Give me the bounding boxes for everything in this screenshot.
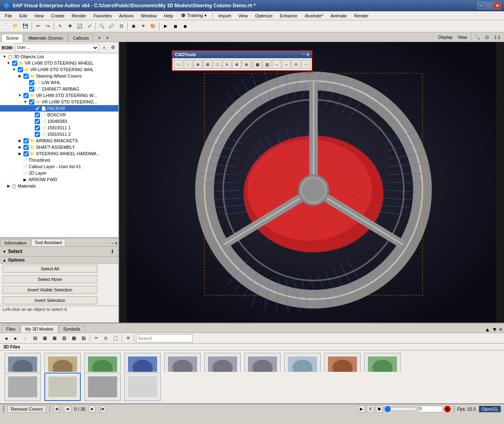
file-item-row2[interactable]	[123, 372, 162, 402]
tree-node-n13[interactable]: ▶ 📁 AIRBAG BRACKETS	[0, 137, 118, 144]
tree-node-n16[interactable]: ▶ 📄 Thrustlines	[0, 157, 118, 163]
tree-node-n5[interactable]: ▶ 📄 23456677 AIRBAG	[0, 86, 118, 92]
tree-view[interactable]: ▼ 📋 3D Objects List ▼ 📁 VR LH98 STD STEE…	[0, 53, 118, 238]
info-tab-controls[interactable]: − ×	[111, 240, 118, 246]
play-button[interactable]: ▶	[358, 405, 365, 413]
file-item[interactable]: messerschmitt...	[283, 352, 321, 372]
tree-node-n9[interactable]: ▶ 📄 BCKCVR	[0, 112, 118, 118]
tb-open[interactable]: 📂	[11, 22, 20, 31]
file-item[interactable]: Bevel gear...	[83, 352, 122, 372]
tb-redo[interactable]: ↪	[43, 22, 52, 31]
bottom-tab-controls[interactable]: ▲ ▼ ×	[485, 326, 502, 333]
btb-view2[interactable]: ▦	[40, 334, 49, 343]
btb-view4[interactable]: ▧	[60, 334, 69, 343]
select-info-btn[interactable]: ℹ	[109, 248, 116, 255]
tree-node-n10[interactable]: ▶ 📄 10048383	[0, 118, 118, 124]
menu-help[interactable]: Help	[161, 13, 176, 19]
tb-scale[interactable]: ⤢	[85, 22, 94, 31]
record-btn[interactable]: ●	[444, 406, 451, 412]
tree-node-n3[interactable]: ▶ 📁 Steering Wheel Covers	[0, 73, 118, 79]
tree-check-n3[interactable]	[23, 74, 29, 79]
cad-btn-4[interactable]: □	[213, 60, 222, 69]
cad-btn-12[interactable]: ⊙	[292, 60, 300, 69]
menu-favorites[interactable]: Favorites	[90, 13, 115, 19]
tree-node-n7[interactable]: ▼ 📁 VR LH98 STD STEERING...	[0, 99, 118, 105]
bottom-chevron-down[interactable]: ▼	[492, 326, 498, 333]
tree-check-n2[interactable]	[18, 67, 23, 72]
bom-dropdown[interactable]: User ...	[15, 44, 99, 52]
tb-material[interactable]: 🎨	[149, 22, 158, 31]
file-item[interactable]: COOPER P...	[123, 352, 162, 372]
minimize-button[interactable]: −	[477, 2, 485, 9]
btb-copy[interactable]: ⎘	[101, 334, 110, 343]
bottom-chevron-up[interactable]: ▲	[485, 326, 490, 333]
menu-animate[interactable]: Animate	[327, 13, 350, 19]
menu-actions[interactable]: Actions	[116, 13, 137, 19]
tree-check-n8[interactable]	[35, 106, 40, 111]
tb-new[interactable]: 📄	[2, 22, 10, 31]
menu-training[interactable]: 🎓 Training ▾	[177, 12, 210, 19]
file-item[interactable]: Reallight Tr...	[363, 352, 401, 372]
tree-node-n14[interactable]: ▶ 📁 SHAFT ASSEMBLY	[0, 144, 118, 150]
title-controls[interactable]: − □ ✕	[477, 2, 501, 9]
tb-fit[interactable]: ⊡	[117, 22, 126, 31]
btb-back[interactable]: ◄	[2, 334, 10, 343]
tree-node-n19[interactable]: ▶ ▶ ARROW FWD	[0, 176, 118, 183]
tb-undo[interactable]: ↩	[34, 22, 42, 31]
panel-close-icon[interactable]: ×	[115, 240, 118, 246]
tb-display[interactable]: Display	[436, 33, 455, 42]
tree-node-n1[interactable]: ▼ 📁 VR LH98 STD STEERING WHEEL	[0, 60, 118, 66]
btb-up[interactable]: ↑	[21, 334, 30, 343]
tb-scale-display[interactable]: 1:1	[492, 33, 502, 42]
tree-expand-n13[interactable]: ▶	[17, 138, 23, 143]
btb-cut[interactable]: ✂	[92, 334, 101, 343]
menu-window[interactable]: Window	[138, 13, 160, 19]
tree-check-n9[interactable]	[35, 112, 40, 118]
tree-check-n7[interactable]	[29, 99, 34, 105]
tb-zoom-icon[interactable]: 🔍	[473, 33, 482, 42]
cad-btn-11[interactable]: ↔	[282, 60, 291, 69]
maximize-button[interactable]: □	[485, 2, 493, 9]
nav-next-button[interactable]: ►	[88, 405, 96, 413]
invert-selection-button[interactable]: Invert Selection	[2, 296, 97, 304]
tb-render[interactable]: ◉	[129, 22, 138, 31]
tree-check-n4[interactable]	[29, 80, 34, 85]
select-none-button[interactable]: Select None	[2, 275, 97, 283]
tree-check-n1[interactable]	[12, 61, 17, 66]
cadtools-pin-icon[interactable]: ─	[302, 52, 305, 57]
tab-files[interactable]: Files	[2, 325, 20, 333]
tree-check-n5[interactable]	[29, 86, 34, 92]
btb-view3[interactable]: ▦	[50, 334, 59, 343]
tree-expand-n1[interactable]: ▼	[6, 60, 11, 66]
file-item-row2[interactable]	[83, 372, 122, 402]
tree-check-n14[interactable]	[23, 145, 29, 150]
tree-node-n8[interactable]: ▶ 📄 FACEHS	[0, 105, 118, 112]
cad-btn-5[interactable]: ≡	[223, 60, 231, 69]
panel-minimize-icon[interactable]: −	[111, 240, 114, 246]
tb-rotate[interactable]: 🔄	[75, 22, 84, 31]
invert-visible-button[interactable]: Invert Visible Selection	[2, 286, 97, 294]
file-item-row2[interactable]	[43, 372, 82, 402]
cadtools-close-icon[interactable]: ×	[307, 52, 309, 57]
file-item[interactable]: Landing_Gear2...	[203, 352, 242, 372]
file-item[interactable]: Mustang_HDR...	[323, 352, 361, 372]
btb-forward[interactable]: ►	[11, 334, 20, 343]
btb-paste[interactable]: 📋	[111, 334, 120, 343]
tree-expand-n14[interactable]: ▶	[17, 144, 23, 150]
pause-button[interactable]: ⏸	[367, 405, 374, 413]
menu-import[interactable]: Import	[215, 13, 234, 19]
tree-expand-n3[interactable]: ▶	[17, 73, 23, 79]
tree-node-n15[interactable]: ▶ 📁 STEERING WHEEL HARDWA...	[0, 150, 118, 157]
btb-view5[interactable]: ▩	[69, 334, 78, 343]
menu-enhance[interactable]: Enhance	[277, 13, 300, 19]
tab-materials[interactable]: Materials (Scene)	[24, 34, 67, 42]
menu-create[interactable]: Create	[48, 13, 67, 19]
tree-node-n11[interactable]: ▶ 📄 15819311 1	[0, 124, 118, 131]
cadtools-panel[interactable]: CADTools ─ × ↑↓ ↑ ⊕ ⊞ □ ≡ ⊕ ⊕ ▦ ▧ ↔ ↔	[172, 50, 313, 71]
tb-zoom-in[interactable]: 🔍	[97, 22, 106, 31]
file-item[interactable]: Landing_Gear_...	[243, 352, 281, 372]
tree-check-n10[interactable]	[35, 119, 40, 124]
nav-prev-button[interactable]: ◄	[64, 405, 71, 413]
tree-node-root[interactable]: ▼ 📋 3D Objects List	[0, 53, 118, 60]
cadtools-title[interactable]: CADTools ─ ×	[172, 51, 312, 58]
